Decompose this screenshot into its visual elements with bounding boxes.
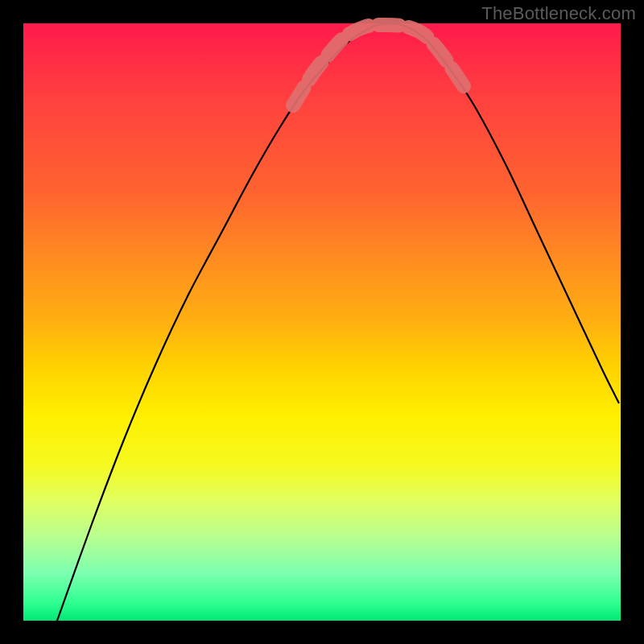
bottleneck-curve-path bbox=[57, 23, 619, 621]
chart-svg bbox=[23, 23, 621, 621]
chart-frame: TheBottleneck.com bbox=[0, 0, 644, 644]
highlighted-points-path bbox=[293, 25, 469, 105]
highlighted-points bbox=[293, 25, 469, 105]
bottleneck-curve bbox=[57, 23, 619, 621]
watermark-text: TheBottleneck.com bbox=[481, 3, 636, 24]
